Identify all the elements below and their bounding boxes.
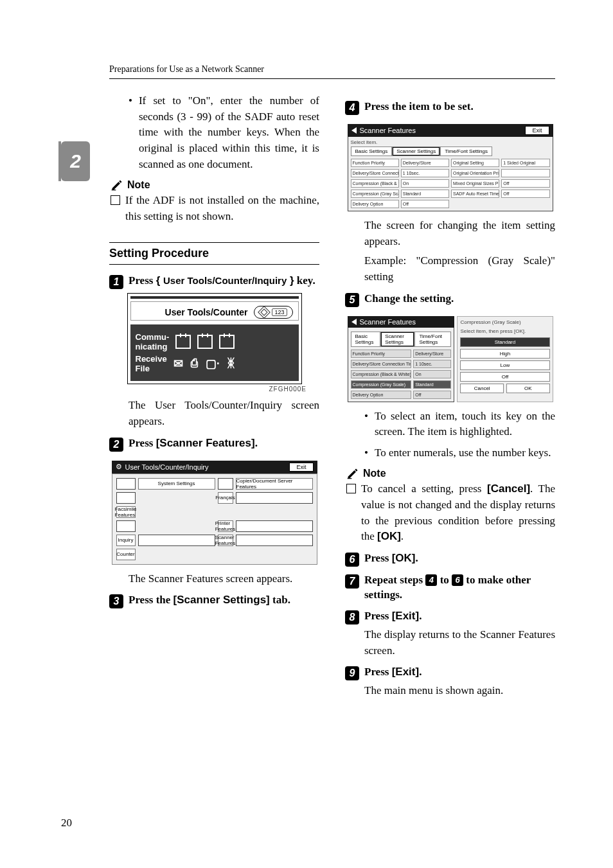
chapter-tab: 2: [61, 141, 90, 181]
ok-button: OK: [506, 384, 550, 393]
settings-grid: Function PriorityDelivery/Store Original…: [351, 159, 550, 208]
step-number-3: 3: [109, 594, 123, 608]
step1-result: The User Tools/Counter/Inquiry screen ap…: [129, 398, 319, 429]
step-number-1: 1: [109, 275, 123, 289]
step8-result: The display returns to the Scanner Featu…: [364, 627, 555, 659]
step-number-8: 8: [345, 610, 359, 624]
panel1-button: 123: [254, 306, 292, 319]
exit-button: Exit: [289, 463, 313, 472]
file-icon: ⎙: [191, 357, 198, 371]
panel1-caption: ZFGH000E: [109, 385, 306, 393]
step-6: 6 Press [OK].: [345, 551, 555, 567]
step2-result: The Scanner Features screen appears.: [129, 571, 319, 587]
step4-result-a: The screen for changing the item setting…: [364, 218, 555, 249]
pencil-icon: [111, 179, 123, 191]
note-heading: Note: [346, 467, 555, 480]
note-item: If the ADF is not installed on the machi…: [111, 193, 319, 224]
panel-user-tools-inquiry: ⚙User Tools/Counter/Inquiry Exit System …: [112, 456, 317, 565]
step-number-9: 9: [345, 666, 359, 680]
panel-user-tools-counter: User Tools/Counter 123 Commu- nicating: [127, 293, 302, 384]
back-icon: [351, 127, 357, 134]
panel1-row2-label: Receive File: [136, 354, 167, 373]
system-icon: [116, 478, 136, 490]
step-number-7: 7: [345, 574, 359, 589]
panel-compression-setting: Scanner Features Basic Settings Scanner …: [348, 311, 553, 402]
panel1-title: User Tools/Counter: [165, 307, 248, 317]
step-number-2: 2: [109, 438, 123, 452]
step-8: 8 Press [Exit].: [345, 609, 555, 624]
mail-icon: ✉: [173, 357, 183, 371]
note-box-icon: [111, 195, 120, 205]
page-icon: ▢·: [206, 357, 220, 371]
note-box-icon: [346, 484, 356, 493]
step-9: 9 Press [Exit].: [345, 665, 555, 680]
step-4: 4 Press the item to be set.: [345, 100, 555, 115]
step-ref-4: 4: [425, 574, 437, 586]
step-2: 2 Press [Scanner Features].: [109, 436, 319, 452]
step-ref-6: 6: [452, 574, 463, 586]
step-number-5: 5: [345, 293, 359, 307]
right-column: 4 Press the item to be set. Scanner Feat…: [345, 93, 555, 699]
cancel-button: Cancel: [460, 384, 504, 393]
note-cancel: To cancel a setting, press [Cancel]. The…: [346, 481, 555, 545]
running-header: Preparations for Use as a Network Scanne…: [109, 64, 613, 75]
step-3: 3 Press the [Scanner Settings] tab.: [109, 593, 319, 608]
panel-scanner-features: Scanner Features Exit Select item. Basic…: [348, 119, 553, 211]
step-number-6: 6: [345, 553, 359, 567]
back-icon: [351, 319, 357, 325]
step-number-4: 4: [345, 101, 359, 115]
left-column: • If set to "On", enter the number of se…: [109, 93, 319, 699]
bullet-sadf: • If set to "On", enter the number of se…: [129, 93, 319, 172]
bunny-icon: ᛤ: [227, 357, 235, 371]
tray-icon: [219, 335, 235, 349]
step-7: 7 Repeat steps 4 to 6 to make other sett…: [345, 573, 555, 603]
section-rule-top: [109, 242, 319, 243]
step4-result-b: Example: "Compression (Gray Scale)" sett…: [364, 253, 555, 285]
tray-icon: [175, 335, 191, 349]
step-5: 5 Change the setting.: [345, 292, 555, 307]
tray-icon: [197, 335, 213, 349]
page-number: 20: [61, 817, 72, 829]
diamond-icon: [258, 306, 271, 319]
panel1-row1-label: Commu- nicating: [136, 332, 170, 351]
section-title: Setting Procedure: [109, 247, 319, 260]
gear-icon: ⚙: [116, 463, 122, 471]
bullet-select: • To select an item, touch its key on th…: [364, 409, 555, 440]
menu-btn: System Settings: [138, 478, 215, 490]
bullet-numerals: • To enter numerals, use the number keys…: [364, 445, 555, 461]
step9-result: The main menu is shown again.: [364, 683, 555, 699]
exit-button: Exit: [525, 126, 549, 135]
note-heading: Note: [111, 179, 319, 191]
svg-rect-1: [348, 479, 352, 479]
step-1: 1 Press { User Tools/Counter/Inquiry } k…: [109, 274, 319, 289]
pencil-icon: [346, 467, 359, 480]
section-rule-bot: [109, 264, 319, 265]
header-rule: [109, 78, 555, 79]
svg-rect-0: [112, 190, 116, 190]
